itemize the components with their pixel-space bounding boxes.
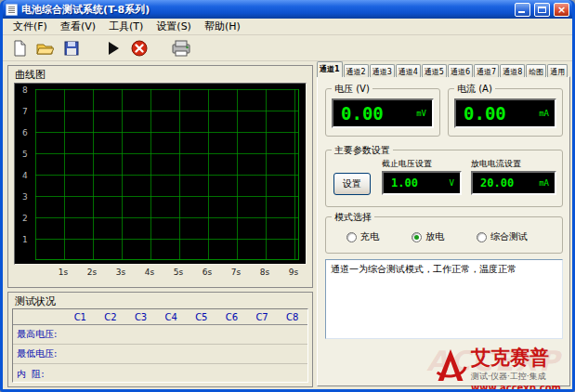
y-tick: 6 [22, 128, 28, 137]
radio-charge[interactable]: 充电 [346, 230, 379, 243]
x-tick: 1s [49, 268, 77, 277]
voltage-display: 0.00 mV [332, 98, 434, 128]
radio-discharge[interactable]: 放电 [412, 230, 444, 243]
column-header: C2 [96, 312, 126, 322]
discharge-current-display: 20.00 mA [471, 171, 556, 195]
discharge-current-value: 20.00 [473, 176, 539, 189]
x-tick: 9s [280, 268, 307, 277]
table-header-row: C1 C2 C3 C4 C5 C6 C7 C8 [13, 309, 307, 325]
tab-channel-8[interactable]: 通道8 [500, 64, 525, 77]
save-icon [63, 40, 80, 57]
branding-area: ACCEXP 艾克赛普 测试·仪器·工控·集成 www.accexp.com [325, 343, 563, 389]
menu-tools[interactable]: 工具(T) [102, 19, 150, 34]
table-row: 内 阻: [13, 364, 307, 384]
titlebar[interactable]: 电池综合测试系统(T-8系列) × [3, 0, 572, 19]
column-header: C7 [247, 312, 278, 322]
new-file-icon [11, 40, 28, 57]
tab-channel-3[interactable]: 通道3 [370, 64, 395, 77]
radio-charge-icon[interactable] [346, 232, 357, 242]
current-group-label: 电流 (A) [454, 83, 495, 96]
brand-url[interactable]: www.accexp.com [471, 383, 561, 389]
main-params-group: 主要参数设置 设置 截止电压设置 1.00 V 放电电流设置 20.00 mA [325, 150, 563, 207]
menu-help[interactable]: 帮助(H) [198, 19, 247, 34]
row-label-internal-resistance: 内 阻: [13, 368, 65, 381]
toolbar [3, 35, 572, 61]
radio-charge-label: 充电 [360, 230, 379, 243]
radio-combined-test-icon[interactable] [477, 232, 487, 242]
cutoff-voltage-display: 1.00 V [382, 171, 462, 195]
discharge-current-label: 放电电流设置 [471, 158, 521, 170]
stop-button[interactable] [127, 37, 150, 59]
tab-channel-1[interactable]: 通道1 [317, 61, 343, 77]
channel-tabs-area: 通道1 通道2 通道3 通道4 通道5 通道6 通道7 通道8 绘图 通用 电压… [317, 61, 570, 388]
radio-combined-test[interactable]: 综合测试 [477, 230, 528, 243]
run-button[interactable] [101, 37, 124, 59]
set-button[interactable]: 设置 [333, 173, 371, 195]
open-folder-icon [36, 40, 54, 57]
discharge-current-unit: mA [539, 178, 555, 188]
tab-channel-4[interactable]: 通道4 [396, 64, 421, 77]
device-button[interactable] [169, 37, 192, 59]
current-value: 0.00 [456, 103, 539, 124]
x-tick: 6s [193, 268, 221, 277]
curve-graph-title: 曲线图 [15, 68, 46, 82]
column-header: C4 [156, 312, 187, 322]
column-header: C1 [65, 312, 96, 322]
voltage-group-label: 电压 (V) [332, 83, 372, 96]
current-display: 0.00 mA [454, 98, 556, 128]
tabstrip: 通道1 通道2 通道3 通道4 通道5 通道6 通道7 通道8 绘图 通用 [317, 61, 570, 77]
app-window: 电池综合测试系统(T-8系列) × 文件(F) 查看(V) 工具(T) 设置(S… [0, 0, 575, 392]
brand-tagline: 测试·仪器·工控·集成 [471, 371, 561, 383]
test-status-panel: 测试状况 C1 C2 C3 C4 C5 C6 C7 C8 最高电压: [7, 292, 313, 387]
radio-discharge-icon[interactable] [412, 232, 422, 242]
tab-channel-6[interactable]: 通道6 [448, 64, 473, 77]
x-tick: 2s [78, 268, 106, 277]
stop-icon [131, 40, 148, 57]
test-status-table: C1 C2 C3 C4 C5 C6 C7 C8 最高电压: 最低电压: [12, 308, 308, 383]
mode-select-label: 模式选择 [332, 211, 374, 224]
tab-channel-7[interactable]: 通道7 [474, 64, 499, 77]
x-tick: 4s [136, 268, 163, 277]
app-icon [6, 4, 18, 16]
x-tick: 3s [107, 268, 135, 277]
plot-grid [35, 89, 299, 260]
voltage-unit: mV [416, 109, 432, 118]
radio-discharge-label: 放电 [425, 230, 444, 243]
row-label-min-voltage: 最低电压: [13, 347, 65, 360]
current-group: 电流 (A) 0.00 mA [448, 88, 563, 137]
tab-plot[interactable]: 绘图 [526, 64, 546, 77]
device-icon [172, 40, 190, 57]
channel-status-message: 通道一为综合测试模式，工作正常，温度正常 [325, 259, 563, 339]
x-tick: 7s [222, 268, 250, 277]
cutoff-voltage-value: 1.00 [384, 176, 450, 189]
mode-select-group: 模式选择 充电 放电 综合测试 [325, 216, 563, 254]
current-unit: mA [539, 109, 555, 118]
column-header: C8 [277, 312, 307, 322]
minimize-button[interactable] [515, 3, 530, 17]
menu-settings[interactable]: 设置(S) [150, 19, 198, 34]
column-header: C5 [187, 312, 217, 322]
cutoff-voltage-unit: V [450, 178, 460, 188]
tab-channel-5[interactable]: 通道5 [422, 64, 447, 77]
y-tick: 2 [22, 214, 28, 223]
close-button[interactable]: × [554, 3, 569, 17]
minimize-icon [518, 11, 525, 13]
cutoff-voltage-label: 截止电压设置 [382, 158, 432, 170]
column-header: C3 [125, 312, 156, 322]
voltage-value: 0.00 [333, 103, 416, 124]
save-button[interactable] [59, 37, 83, 59]
tab-channel-2[interactable]: 通道2 [344, 64, 369, 77]
new-file-button[interactable] [7, 37, 31, 59]
main-params-label: 主要参数设置 [332, 144, 393, 157]
maximize-button[interactable] [534, 3, 550, 17]
open-file-button[interactable] [33, 37, 57, 59]
menu-file[interactable]: 文件(F) [7, 19, 54, 34]
y-tick: 1 [22, 235, 28, 244]
y-tick: 5 [22, 150, 28, 159]
y-tick: 3 [22, 192, 28, 202]
menubar: 文件(F) 查看(V) 工具(T) 设置(S) 帮助(H) [3, 19, 572, 35]
tab-general[interactable]: 通用 [547, 64, 568, 77]
y-tick: 8 [22, 85, 28, 95]
brand-name: 艾克赛普 [471, 346, 561, 369]
menu-view[interactable]: 查看(V) [54, 19, 102, 34]
